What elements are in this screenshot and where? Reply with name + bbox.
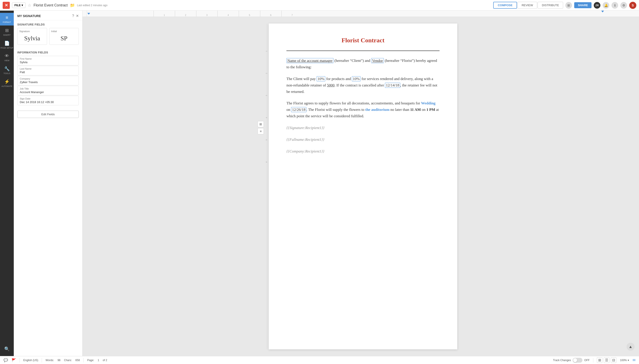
folder-icon[interactable]: 📁: [70, 3, 75, 8]
panel-help-button[interactable]: ?: [72, 14, 74, 18]
view-label: VIEW: [4, 60, 9, 62]
date-2[interactable]: 12/26/18: [291, 107, 306, 112]
view-icon: 👁: [5, 54, 9, 58]
doc-side-icons: ⊞ ≡: [258, 121, 264, 134]
percent-1[interactable]: 10%: [316, 76, 325, 81]
settings-icon[interactable]: ⚙: [620, 2, 627, 9]
last-name-label: Last Name: [20, 68, 76, 70]
file-menu-button[interactable]: FILE ▾: [12, 2, 26, 8]
document-scroll-area[interactable]: 1 2 3 4 5 6 ⊞ ≡ Florist Contract Name of…: [83, 17, 639, 356]
list-icon[interactable]: ≡: [258, 128, 264, 134]
first-name-value: Sylvia: [20, 60, 76, 64]
zr-badge[interactable]: ZR: [594, 2, 600, 9]
zoom-level: 100%: [620, 359, 627, 362]
comment-icon[interactable]: 💬: [4, 358, 8, 362]
page-of: of 2: [103, 359, 107, 362]
document-area: 1 2 3 4 5 6 7 1 2 3 4 5 6: [83, 11, 639, 356]
language-selector[interactable]: English (US): [23, 359, 38, 362]
mail-icon[interactable]: ✉: [632, 358, 635, 362]
track-changes-toggle[interactable]: [573, 358, 582, 363]
wedding-link[interactable]: Wedding: [421, 101, 436, 105]
time-2[interactable]: 1 PM: [426, 108, 435, 112]
first-name-label: First Name: [20, 58, 76, 60]
sidebar-item-format[interactable]: ≡ FORMAT: [0, 13, 14, 26]
account-manager-link[interactable]: Name of the account manager: [286, 58, 334, 63]
job-title-label: Job Title: [20, 87, 76, 90]
sidebar-item-search[interactable]: 🔍: [4, 344, 10, 354]
paragraph-1: Name of the account manager (hereafter “…: [286, 58, 440, 70]
close-button[interactable]: ✕: [3, 2, 10, 9]
ruler-mark-6: 6: [260, 11, 281, 17]
ruler-mark-3: 3: [196, 11, 217, 17]
job-title-field[interactable]: Job Title Account Mananger: [17, 86, 79, 95]
last-name-value: Patt: [20, 70, 76, 74]
list-view-icon[interactable]: ☰: [604, 357, 609, 363]
edit-fields-button[interactable]: Edit Fields: [17, 110, 79, 118]
sidebar-item-tools[interactable]: 🔧 TOOLS: [0, 64, 14, 77]
ruler-mark-5: 5: [239, 11, 260, 17]
information-fields: First Name Sylvia Last Name Patt Company…: [14, 56, 82, 109]
percent-2[interactable]: 10%: [352, 76, 361, 81]
track-changes-state: OFF: [584, 359, 589, 362]
placeholder-signature: {{Signature:Recipient1}}: [286, 125, 440, 131]
flag-icon[interactable]: 🚩: [12, 358, 16, 362]
expand-icon[interactable]: ⊟: [611, 357, 616, 363]
my-signature-panel: MY SIGNATURE ? ✕ SIGNATURE FIELDS Signat…: [14, 11, 83, 356]
insert-icon: ⊞: [5, 28, 9, 33]
panel-header-icons: ? ✕: [72, 14, 79, 18]
sidebar-item-page-setup[interactable]: 📄 PAGE SETUP: [0, 38, 14, 51]
document-page: ⊞ ≡ Florist Contract Name of the account…: [269, 24, 457, 349]
time-1[interactable]: 11 AM: [410, 108, 421, 112]
sidebar-item-automate[interactable]: ⚡ AUTOMATE: [0, 77, 14, 90]
top-nav-buttons: COMPOSE REVIEW DISTRIBUTE: [493, 2, 563, 9]
template-signature: {{Signature:Recipient1}}: [286, 126, 325, 130]
amount-link[interactable]: 5000: [327, 83, 335, 87]
panel-title: MY SIGNATURE: [17, 14, 41, 18]
share-button[interactable]: SHARE: [574, 2, 591, 8]
tools-icon: 🔧: [4, 66, 10, 72]
vertical-ruler: 1 2 3 4 5 6: [264, 24, 269, 349]
placeholder-company: {{Company:Recipient1}}: [286, 148, 440, 155]
paragraph-3: The Florist agrees to supply flowers for…: [286, 100, 440, 120]
last-name-field[interactable]: Last Name Patt: [17, 66, 79, 75]
chars-label: Chars:: [64, 359, 72, 362]
vendor-link[interactable]: Vendor: [371, 58, 384, 63]
p2-pre: The Client will pay: [286, 77, 316, 81]
sidebar-item-view[interactable]: 👁 VIEW: [0, 51, 14, 64]
presentation-icon[interactable]: ⊞: [565, 2, 572, 9]
document-body[interactable]: Name of the account manager (hereafter “…: [286, 58, 440, 155]
signature-box[interactable]: Signature Sylvia: [17, 28, 47, 45]
zoom-control[interactable]: 100% ▾: [620, 359, 629, 362]
sidebar-item-insert[interactable]: ⊞ INSERT: [0, 26, 14, 38]
grid-view-icon[interactable]: ⊞: [597, 357, 602, 363]
document-divider: [286, 50, 440, 51]
info-icon[interactable]: ℹ: [611, 2, 618, 9]
tools-label: TOOLS: [4, 72, 10, 74]
notifications-icon[interactable]: 🔔: [603, 2, 609, 9]
signature-value: Sylvia: [19, 34, 45, 43]
sign-date-field[interactable]: Sign Date Dec 14 2018 16:12 +05:30: [17, 96, 79, 105]
p3-mid4: on: [421, 108, 427, 112]
favorite-icon[interactable]: ☆: [28, 3, 31, 8]
words-count: 98: [58, 359, 60, 362]
compose-tab[interactable]: COMPOSE: [493, 2, 517, 9]
auditorium-link[interactable]: the auditorium: [365, 108, 389, 112]
zoom-dropdown-icon[interactable]: ▾: [628, 359, 629, 362]
review-tab[interactable]: REVIEW: [517, 2, 537, 9]
distribute-tab[interactable]: DISTRIBUTE: [538, 2, 563, 9]
initial-box[interactable]: Initial SP: [49, 28, 79, 45]
panel-header: MY SIGNATURE ? ✕: [14, 11, 82, 20]
company-field[interactable]: Company Zylker Travels: [17, 76, 79, 85]
status-divider-3: [83, 358, 84, 362]
insert-label: INSERT: [3, 34, 11, 36]
panel-close-button[interactable]: ✕: [76, 14, 79, 18]
date-1[interactable]: 12/14/18: [385, 83, 400, 88]
scroll-to-top-button[interactable]: ▲: [626, 343, 634, 351]
user-avatar[interactable]: S: [629, 2, 636, 9]
sign-date-value: Dec 14 2018 16:12 +05:30: [20, 100, 76, 104]
company-value: Zylker Travels: [20, 80, 76, 84]
ruler-marks: 1 2 3 4 5 6 7: [154, 11, 303, 17]
first-name-field[interactable]: First Name Sylvia: [17, 56, 79, 66]
track-changes-control: Track Changes OFF: [553, 358, 589, 363]
table-icon[interactable]: ⊞: [258, 121, 264, 127]
